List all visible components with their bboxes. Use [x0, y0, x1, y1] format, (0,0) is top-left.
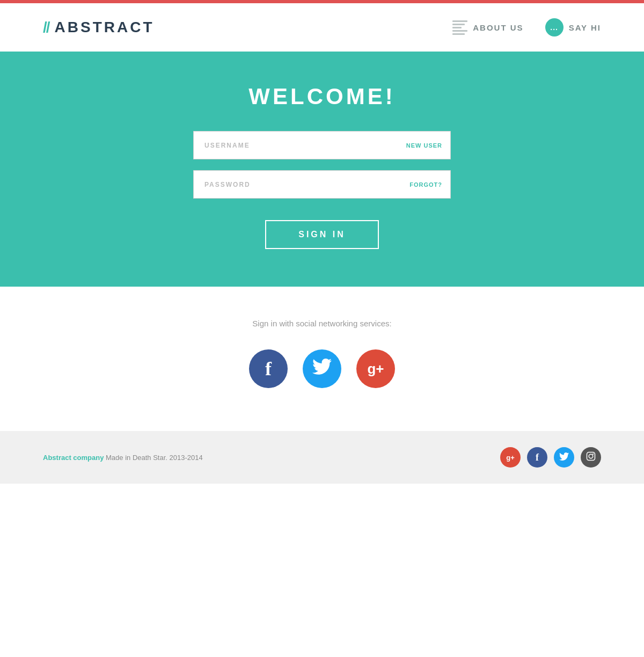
footer-instagram-icon	[586, 451, 596, 463]
say-hi-link[interactable]: SAY HI	[545, 18, 601, 36]
logo[interactable]: // ABSTRACT	[43, 19, 155, 36]
social-icons-group: f g+	[249, 349, 395, 388]
google-login-button[interactable]: g+	[356, 349, 395, 388]
footer-facebook-button[interactable]: f	[527, 447, 547, 468]
footer: Abstract company Made in Death Star. 201…	[0, 431, 644, 484]
hero-section: WELCOME! NEW USER FORGOT? SIGN IN	[0, 52, 644, 287]
svg-point-2	[592, 454, 594, 455]
logo-text: ABSTRACT	[55, 19, 155, 36]
footer-copyright: Abstract company Made in Death Star. 201…	[43, 454, 203, 462]
google-plus-icon: g+	[367, 361, 384, 377]
social-description: Sign in with social networking services:	[252, 319, 391, 328]
twitter-login-button[interactable]	[303, 349, 341, 388]
facebook-login-button[interactable]: f	[249, 349, 288, 388]
about-us-icon	[452, 19, 467, 36]
footer-google-icon: g+	[506, 454, 515, 462]
about-us-label: ABOUT US	[473, 23, 523, 32]
say-hi-label: SAY HI	[569, 23, 601, 32]
footer-twitter-button[interactable]	[554, 447, 574, 468]
footer-twitter-icon	[559, 452, 569, 463]
logo-slashes: //	[43, 19, 49, 36]
about-us-link[interactable]: ABOUT US	[452, 19, 523, 36]
social-section: Sign in with social networking services:…	[0, 287, 644, 431]
footer-tagline: Made in Death Star. 2013-2014	[104, 454, 202, 462]
footer-facebook-icon: f	[536, 452, 539, 463]
signin-button[interactable]: SIGN IN	[265, 220, 379, 249]
password-group: FORGOT?	[193, 170, 451, 199]
facebook-icon: f	[265, 357, 272, 380]
footer-brand: Abstract company	[43, 454, 104, 462]
username-group: NEW USER	[193, 131, 451, 159]
svg-point-1	[589, 454, 593, 458]
new-user-link[interactable]: NEW USER	[406, 142, 442, 149]
svg-rect-0	[587, 452, 595, 461]
welcome-title: WELCOME!	[248, 84, 395, 110]
forgot-link[interactable]: FORGOT?	[409, 181, 442, 188]
footer-instagram-button[interactable]	[581, 447, 601, 468]
navigation: ABOUT US SAY HI	[452, 18, 601, 36]
say-hi-icon	[545, 18, 564, 36]
twitter-icon	[312, 359, 332, 379]
footer-google-button[interactable]: g+	[500, 447, 521, 468]
footer-social-icons: g+ f	[500, 447, 601, 468]
header: // ABSTRACT ABOUT US SAY HI	[0, 3, 644, 52]
